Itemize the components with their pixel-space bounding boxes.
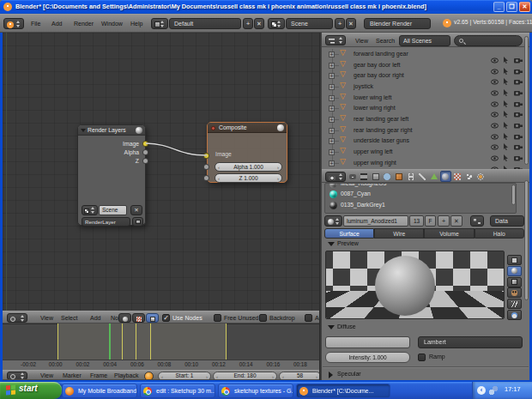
record-button[interactable] [144,372,154,380]
scene-browse-button[interactable] [82,205,98,215]
specular-panel-header[interactable]: Specular [325,370,523,380]
outliner-row[interactable]: + ▽ lower wing left [322,93,529,104]
expand-plus-icon[interactable]: + [329,51,335,57]
taskbar-task-button[interactable]: Blender* [C:\Docume... [296,384,390,398]
new-material-button[interactable]: + [438,215,450,227]
socket-rl-alpha[interactable] [142,149,148,155]
free-unused-checkbox[interactable] [214,314,221,322]
expand-plus-icon[interactable]: + [329,95,335,101]
outliner-row[interactable]: + ▽ lower wing right [322,103,529,114]
scene-icon-button[interactable] [268,18,285,29]
outliner-row[interactable]: + ▽ rear landing gear right [322,125,529,136]
preview-type-cube[interactable] [507,277,522,287]
material-slots-list[interactable]: Metal_Rough2O3 0087_Cyan 0135_DarkGrey1 [324,183,517,214]
editor-type-button-outliner[interactable] [325,35,346,45]
menu-frame[interactable]: Frame [90,371,107,380]
cursor-select-icon[interactable] [503,160,509,170]
menu-view[interactable]: View [40,312,53,323]
preview-type-sphere[interactable] [507,266,522,276]
timeline-current-frame-line[interactable] [109,323,111,360]
preview-type-world[interactable] [507,310,522,320]
expand-plus-icon[interactable]: + [329,149,335,155]
auto-render-checkbox[interactable] [305,314,312,322]
menu-help[interactable]: Help [130,18,142,29]
properties-tab-constraints[interactable] [405,171,416,182]
material-slot-row[interactable]: 0135_DarkGrey1 [325,200,512,210]
outliner-row[interactable]: + ▽ joystick [322,82,529,93]
taskbar-task-button[interactable]: My Mobile Broadband... [62,384,137,398]
add-scene-button[interactable]: + [335,18,345,29]
screen-layout-icon-button[interactable] [151,18,168,29]
tray-chevron-icon[interactable]: ‹ [477,386,486,395]
preview-type-hair[interactable] [507,299,522,309]
menu-playback[interactable]: Playback [114,371,138,380]
material-slot-row[interactable]: 0087_Cyan [325,190,512,200]
current-frame-field[interactable]: ‹58› [279,372,319,380]
outliner-filter-select[interactable]: All Scenes [399,35,450,46]
compositing-nodes-toggle[interactable] [146,313,159,323]
outliner-row[interactable]: + ▽ gear bay door left [322,60,529,71]
menu-window[interactable]: Window [101,18,123,29]
start-frame-field[interactable]: ‹Start: 1› [158,372,211,380]
material-name-field[interactable]: luminum_Anodized1 [343,215,408,227]
outliner-row[interactable]: + ▽ forward landing gear [322,49,529,60]
z-slider[interactable]: ‹Z 1.000› [215,173,282,183]
timeline-ruler[interactable]: -00:0200:0000:0200:0400:0600:0800:1000:1… [3,360,319,370]
preview-panel-header[interactable]: Preview [325,239,523,250]
outliner-row[interactable]: + ▽ underside laser guns [322,136,529,147]
maximize-button[interactable]: ❐ [506,2,517,12]
editor-type-button-timeline[interactable] [7,372,27,380]
diffuse-shader-select[interactable]: Lambert [418,336,523,348]
expand-plus-icon[interactable]: + [329,117,335,123]
scene-name-field[interactable]: Scene [286,18,333,29]
properties-tab-particles[interactable] [463,171,475,182]
properties-tab-render[interactable] [347,171,358,182]
texture-nodes-toggle[interactable] [132,313,145,323]
material-link-select[interactable]: Data [490,215,524,227]
properties-scrollbar[interactable] [524,180,529,300]
menu-marker[interactable]: Marker [63,371,82,380]
slots-scrollbar[interactable] [511,184,516,205]
backdrop-checkbox[interactable] [259,314,267,322]
menu-view[interactable]: View [40,371,53,380]
properties-tab-texture[interactable] [451,171,462,182]
menu-file[interactable]: File [31,18,40,29]
menu-select[interactable]: Select [61,312,77,323]
material-type-wire[interactable]: Wire [374,228,424,239]
properties-tab-modifiers[interactable] [417,171,428,182]
alpha-slider[interactable]: ‹Alpha 1.000› [215,162,282,172]
window-titlebar[interactable]: Blender* [C:\Documents and Settings\Admi… [0,0,532,14]
outliner-row[interactable]: + ▽ rear landing gear left [322,114,529,125]
render-layer-select[interactable]: RenderLayer [82,217,130,227]
node-composite[interactable]: Composite Image ‹Alpha 1.000› ‹Z 1.000› [207,122,287,183]
screen-layout-field[interactable]: Default [169,18,241,29]
editor-type-button-properties[interactable] [325,172,346,182]
properties-tab-physics[interactable] [475,171,487,182]
shader-nodes-toggle[interactable] [118,313,131,323]
node-render-layers[interactable]: Render Layers Image Alpha Z Scene ✕ Rend… [77,124,146,226]
material-slot-row[interactable]: Metal_Rough2O3 [325,183,512,189]
outliner-scrollbar[interactable] [524,36,529,165]
taskbar-task-button[interactable]: edit : Sketchup 30 m... [140,384,215,398]
properties-tab-scene[interactable] [370,171,381,182]
socket-comp-image[interactable] [203,153,209,159]
expand-plus-icon[interactable]: + [329,106,335,112]
expand-plus-icon[interactable]: + [329,63,335,69]
socket-rl-z[interactable] [142,158,148,164]
collapse-icon[interactable] [81,129,86,132]
outliner-row[interactable]: + ▽ upper wing right [322,158,529,169]
socket-comp-z[interactable] [203,175,209,181]
unlink-scene-button[interactable]: ✕ [130,205,142,215]
use-nodes-checkbox[interactable]: ✓ [162,314,170,322]
expand-plus-icon[interactable]: + [329,128,335,134]
taskbar-task-button[interactable]: sketchup textures - G... [218,384,293,398]
node-header[interactable]: Composite [208,123,287,133]
socket-rl-image[interactable] [142,141,148,147]
material-type-halo[interactable]: Halo [475,228,524,239]
properties-tab-material[interactable] [440,171,451,182]
material-users-button[interactable]: 13 [409,215,424,227]
menu-search[interactable]: Search [376,35,395,46]
expand-plus-icon[interactable]: + [329,160,335,166]
ramp-checkbox[interactable] [418,354,426,361]
tray-clock[interactable]: 17:17 [505,385,521,393]
